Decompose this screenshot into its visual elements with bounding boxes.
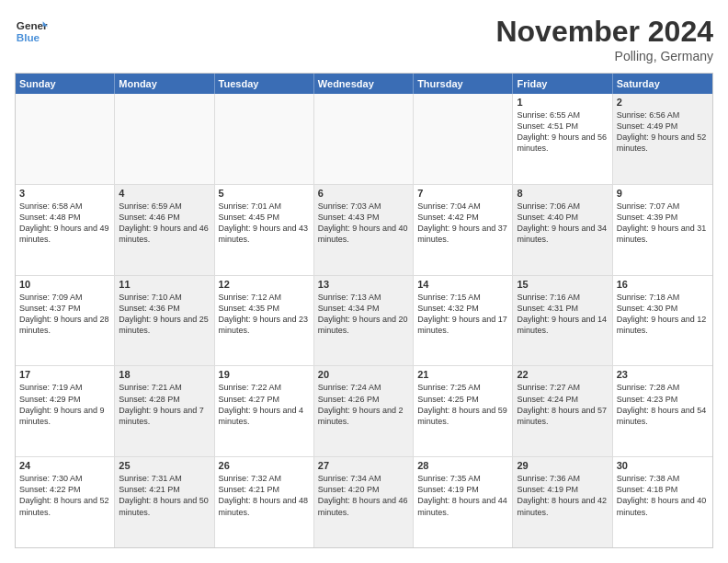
calendar-body: 1Sunrise: 6:55 AM Sunset: 4:51 PM Daylig… (16, 94, 712, 547)
calendar-cell-4-1: 25Sunrise: 7:31 AM Sunset: 4:21 PM Dayli… (115, 457, 214, 547)
calendar-cell-1-4: 7Sunrise: 7:04 AM Sunset: 4:42 PM Daylig… (414, 185, 513, 275)
cell-info: Sunrise: 7:32 AM Sunset: 4:21 PM Dayligh… (219, 473, 310, 518)
calendar-cell-1-0: 3Sunrise: 6:58 AM Sunset: 4:48 PM Daylig… (16, 185, 115, 275)
cell-info: Sunrise: 7:04 AM Sunset: 4:42 PM Dayligh… (417, 201, 508, 246)
day-number: 25 (119, 460, 210, 471)
cell-info: Sunrise: 7:16 AM Sunset: 4:31 PM Dayligh… (517, 292, 608, 337)
calendar-cell-1-3: 6Sunrise: 7:03 AM Sunset: 4:43 PM Daylig… (314, 185, 414, 275)
cell-info: Sunrise: 7:06 AM Sunset: 4:40 PM Dayligh… (517, 201, 608, 246)
cell-info: Sunrise: 7:27 AM Sunset: 4:24 PM Dayligh… (517, 382, 608, 427)
day-number: 21 (417, 369, 508, 380)
day-number: 24 (19, 460, 110, 471)
calendar-cell-1-6: 9Sunrise: 7:07 AM Sunset: 4:39 PM Daylig… (613, 185, 712, 275)
calendar-cell-2-5: 15Sunrise: 7:16 AM Sunset: 4:31 PM Dayli… (513, 276, 612, 366)
cell-info: Sunrise: 6:55 AM Sunset: 4:51 PM Dayligh… (517, 109, 608, 155)
calendar-row-4: 24Sunrise: 7:30 AM Sunset: 4:22 PM Dayli… (16, 457, 712, 547)
cell-info: Sunrise: 7:30 AM Sunset: 4:22 PM Dayligh… (19, 473, 110, 518)
calendar-cell-3-3: 20Sunrise: 7:24 AM Sunset: 4:26 PM Dayli… (314, 366, 414, 456)
calendar: SundayMondayTuesdayWednesdayThursdayFrid… (15, 73, 713, 548)
cell-info: Sunrise: 7:19 AM Sunset: 4:29 PM Dayligh… (19, 382, 110, 427)
day-number: 27 (318, 460, 409, 471)
title-block: November 2024 Polling, Germany (495, 15, 713, 63)
calendar-cell-0-1 (115, 94, 214, 184)
logo: General Blue (15, 15, 51, 48)
calendar-cell-2-3: 13Sunrise: 7:13 AM Sunset: 4:34 PM Dayli… (314, 276, 414, 366)
calendar-cell-4-3: 27Sunrise: 7:34 AM Sunset: 4:20 PM Dayli… (314, 457, 414, 547)
calendar-cell-3-0: 17Sunrise: 7:19 AM Sunset: 4:29 PM Dayli… (16, 366, 115, 456)
day-number: 11 (119, 279, 210, 290)
calendar-cell-0-5: 1Sunrise: 6:55 AM Sunset: 4:51 PM Daylig… (513, 94, 612, 184)
cell-info: Sunrise: 7:38 AM Sunset: 4:18 PM Dayligh… (617, 473, 709, 518)
cell-info: Sunrise: 7:24 AM Sunset: 4:26 PM Dayligh… (318, 382, 409, 427)
calendar-cell-0-6: 2Sunrise: 6:56 AM Sunset: 4:49 PM Daylig… (613, 94, 712, 184)
day-number: 23 (617, 369, 709, 380)
day-number: 20 (318, 369, 409, 380)
day-number: 3 (19, 188, 110, 199)
calendar-header: SundayMondayTuesdayWednesdayThursdayFrid… (16, 74, 712, 94)
day-number: 10 (19, 279, 110, 290)
calendar-cell-4-5: 29Sunrise: 7:36 AM Sunset: 4:19 PM Dayli… (513, 457, 612, 547)
day-number: 6 (318, 188, 409, 199)
header-day-saturday: Saturday (613, 74, 712, 94)
day-number: 22 (517, 369, 608, 380)
day-number: 9 (617, 188, 709, 199)
cell-info: Sunrise: 7:12 AM Sunset: 4:35 PM Dayligh… (219, 292, 310, 337)
header-day-wednesday: Wednesday (314, 74, 414, 94)
header-day-sunday: Sunday (16, 74, 115, 94)
day-number: 19 (219, 369, 310, 380)
calendar-cell-3-1: 18Sunrise: 7:21 AM Sunset: 4:28 PM Dayli… (115, 366, 214, 456)
cell-info: Sunrise: 6:59 AM Sunset: 4:46 PM Dayligh… (119, 201, 210, 246)
day-number: 8 (517, 188, 608, 199)
calendar-cell-3-6: 23Sunrise: 7:28 AM Sunset: 4:23 PM Dayli… (613, 366, 712, 456)
calendar-row-2: 10Sunrise: 7:09 AM Sunset: 4:37 PM Dayli… (16, 276, 712, 367)
calendar-cell-0-0 (16, 94, 115, 184)
day-number: 30 (617, 460, 709, 471)
calendar-row-3: 17Sunrise: 7:19 AM Sunset: 4:29 PM Dayli… (16, 366, 712, 457)
day-number: 2 (617, 97, 709, 108)
header-day-friday: Friday (513, 74, 612, 94)
header: General Blue November 2024 Polling, Germ… (15, 15, 713, 63)
day-number: 1 (517, 97, 608, 108)
calendar-cell-1-5: 8Sunrise: 7:06 AM Sunset: 4:40 PM Daylig… (513, 185, 612, 275)
cell-info: Sunrise: 7:15 AM Sunset: 4:32 PM Dayligh… (417, 292, 508, 337)
day-number: 26 (219, 460, 310, 471)
cell-info: Sunrise: 7:03 AM Sunset: 4:43 PM Dayligh… (318, 201, 409, 246)
cell-info: Sunrise: 7:09 AM Sunset: 4:37 PM Dayligh… (19, 292, 110, 337)
cell-info: Sunrise: 7:01 AM Sunset: 4:45 PM Dayligh… (219, 201, 310, 246)
calendar-cell-4-2: 26Sunrise: 7:32 AM Sunset: 4:21 PM Dayli… (215, 457, 314, 547)
calendar-row-1: 3Sunrise: 6:58 AM Sunset: 4:48 PM Daylig… (16, 185, 712, 276)
calendar-cell-2-2: 12Sunrise: 7:12 AM Sunset: 4:35 PM Dayli… (215, 276, 314, 366)
calendar-cell-4-6: 30Sunrise: 7:38 AM Sunset: 4:18 PM Dayli… (613, 457, 712, 547)
calendar-cell-2-1: 11Sunrise: 7:10 AM Sunset: 4:36 PM Dayli… (115, 276, 214, 366)
cell-info: Sunrise: 7:07 AM Sunset: 4:39 PM Dayligh… (617, 201, 709, 246)
day-number: 12 (219, 279, 310, 290)
calendar-cell-0-4 (414, 94, 513, 184)
cell-info: Sunrise: 7:13 AM Sunset: 4:34 PM Dayligh… (318, 292, 409, 337)
location: Polling, Germany (495, 49, 713, 63)
calendar-cell-3-5: 22Sunrise: 7:27 AM Sunset: 4:24 PM Dayli… (513, 366, 612, 456)
day-number: 15 (517, 279, 608, 290)
svg-text:Blue: Blue (17, 31, 40, 43)
header-day-tuesday: Tuesday (215, 74, 314, 94)
calendar-cell-0-3 (314, 94, 414, 184)
day-number: 4 (119, 188, 210, 199)
calendar-row-0: 1Sunrise: 6:55 AM Sunset: 4:51 PM Daylig… (16, 94, 712, 185)
calendar-cell-3-2: 19Sunrise: 7:22 AM Sunset: 4:27 PM Dayli… (215, 366, 314, 456)
cell-info: Sunrise: 7:25 AM Sunset: 4:25 PM Dayligh… (417, 382, 508, 427)
cell-info: Sunrise: 7:21 AM Sunset: 4:28 PM Dayligh… (119, 382, 210, 427)
page: General Blue November 2024 Polling, Germ… (0, 0, 728, 563)
day-number: 13 (318, 279, 409, 290)
day-number: 16 (617, 279, 709, 290)
calendar-cell-2-6: 16Sunrise: 7:18 AM Sunset: 4:30 PM Dayli… (613, 276, 712, 366)
header-day-monday: Monday (115, 74, 214, 94)
day-number: 14 (417, 279, 508, 290)
calendar-cell-3-4: 21Sunrise: 7:25 AM Sunset: 4:25 PM Dayli… (414, 366, 513, 456)
cell-info: Sunrise: 7:18 AM Sunset: 4:30 PM Dayligh… (617, 292, 709, 337)
day-number: 29 (517, 460, 608, 471)
logo-icon: General Blue (15, 15, 48, 48)
calendar-cell-1-1: 4Sunrise: 6:59 AM Sunset: 4:46 PM Daylig… (115, 185, 214, 275)
header-day-thursday: Thursday (414, 74, 513, 94)
cell-info: Sunrise: 6:58 AM Sunset: 4:48 PM Dayligh… (19, 201, 110, 246)
calendar-cell-0-2 (215, 94, 314, 184)
month-title: November 2024 (495, 15, 713, 49)
